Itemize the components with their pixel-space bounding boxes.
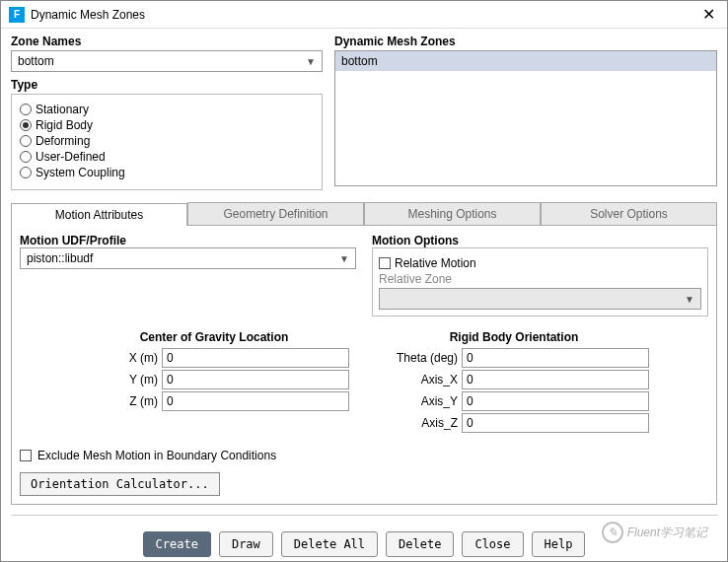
axis-y-input[interactable] (462, 391, 649, 411)
delete-button[interactable]: Delete (386, 531, 454, 557)
cog-z-input[interactable] (162, 391, 349, 411)
radio-rigid-body[interactable]: Rigid Body (20, 118, 314, 132)
relative-zone-dropdown[interactable]: ▼ (379, 288, 701, 310)
exclude-checkbox[interactable]: Exclude Mesh Motion in Boundary Conditio… (20, 449, 708, 462)
radio-stationary[interactable]: Stationary (20, 103, 314, 116)
type-group: Stationary Rigid Body Deforming User-Def… (11, 94, 323, 190)
app-icon: F (9, 7, 25, 23)
motion-options-label: Motion Options (372, 234, 708, 247)
help-button[interactable]: Help (532, 531, 586, 557)
type-label: Type (11, 78, 323, 92)
zones-listbox[interactable]: bottom (334, 50, 717, 186)
zones-list-label: Dynamic Mesh Zones (334, 35, 717, 48)
cog-z-row: Z (m) (79, 391, 349, 411)
title-bar: F Dynamic Mesh Zones ✕ (1, 1, 727, 29)
tab-geometry-definition[interactable]: Geometry Definition (187, 202, 364, 225)
draw-button[interactable]: Draw (219, 531, 273, 557)
close-icon[interactable]: ✕ (698, 5, 719, 24)
radio-system-coupling[interactable]: System Coupling (20, 166, 314, 179)
cog-x-row: X (m) (79, 348, 349, 368)
separator (11, 515, 717, 516)
window-title: Dynamic Mesh Zones (31, 8, 698, 22)
motion-options-group: Relative Motion Relative Zone ▼ (372, 247, 708, 316)
create-button[interactable]: Create (143, 531, 211, 557)
motion-udf-label: Motion UDF/Profile (20, 234, 356, 247)
orientation-label: Rigid Body Orientation (379, 330, 649, 344)
tab-meshing-options[interactable]: Meshing Options (364, 202, 541, 225)
relative-zone-label: Relative Zone (379, 272, 701, 286)
tab-solver-options[interactable]: Solver Options (541, 202, 717, 225)
delete-all-button[interactable]: Delete All (281, 531, 378, 557)
radio-user-defined[interactable]: User-Defined (20, 150, 314, 164)
close-button[interactable]: Close (462, 531, 523, 557)
cog-x-input[interactable] (162, 348, 349, 368)
zone-names-label: Zone Names (11, 35, 323, 48)
tab-bar: Motion Attributes Geometry Definition Me… (11, 202, 717, 226)
theta-input[interactable] (462, 348, 649, 368)
button-row: Create Draw Delete All Delete Close Help (11, 531, 717, 557)
relative-motion-checkbox[interactable]: Relative Motion (379, 256, 701, 270)
zone-names-value: bottom (18, 54, 54, 68)
list-item[interactable]: bottom (335, 51, 716, 71)
motion-udf-dropdown[interactable]: piston::libudf ▼ (20, 247, 356, 269)
cog-label: Center of Gravity Location (79, 330, 349, 344)
axis-x-input[interactable] (462, 370, 649, 389)
cog-y-row: Y (m) (79, 370, 349, 389)
radio-deforming[interactable]: Deforming (20, 134, 314, 148)
tab-motion-attributes[interactable]: Motion Attributes (11, 203, 187, 226)
cog-y-input[interactable] (162, 370, 349, 389)
chevron-down-icon: ▼ (685, 294, 694, 305)
chevron-down-icon: ▼ (339, 253, 349, 264)
axis-z-input[interactable] (462, 413, 649, 433)
chevron-down-icon: ▼ (306, 56, 316, 67)
zone-names-dropdown[interactable]: bottom ▼ (11, 50, 323, 72)
tab-content: Motion UDF/Profile piston::libudf ▼ Moti… (11, 226, 717, 505)
orientation-calculator-button[interactable]: Orientation Calculator... (20, 472, 220, 496)
